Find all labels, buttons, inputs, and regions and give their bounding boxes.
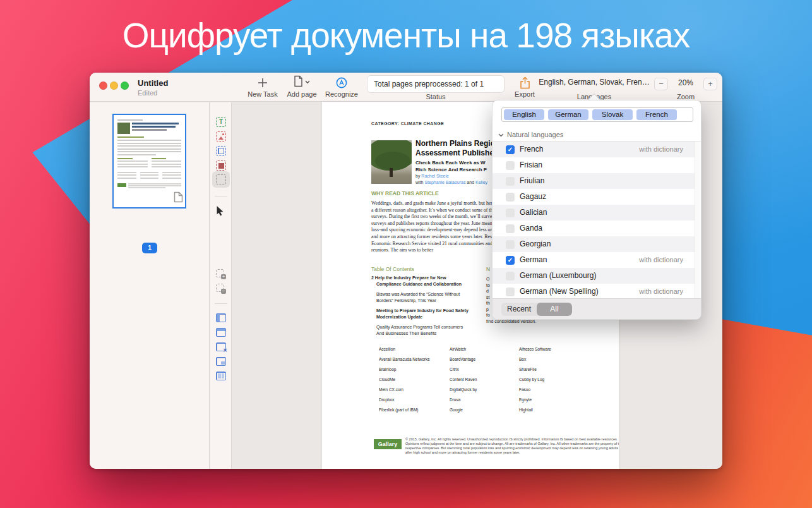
- toc-line: And Businesses Their Benefits: [376, 330, 489, 337]
- language-token[interactable]: English: [504, 109, 544, 120]
- pointer-tool[interactable]: [216, 205, 226, 215]
- tools-divider: [215, 196, 227, 197]
- language-name: Frisian: [520, 157, 542, 173]
- add-page-button[interactable]: Add page: [283, 75, 321, 98]
- minimize-window-button[interactable]: [110, 82, 118, 90]
- close-window-button[interactable]: [99, 82, 107, 90]
- selection-area-tool[interactable]: [216, 174, 226, 184]
- filter-all-button[interactable]: All: [537, 303, 572, 316]
- languages-field[interactable]: English, German, Slovak, Fren…: [537, 78, 651, 87]
- export-button[interactable]: Export: [508, 75, 542, 98]
- page-file-icon: [174, 191, 183, 205]
- company-cell: Fasoo: [519, 387, 582, 392]
- company-cell: Cubby by Log: [519, 377, 582, 382]
- company-cell: DigitalQuick by: [450, 387, 519, 392]
- app-window: Untitled Edited New Task Add page: [90, 73, 722, 469]
- language-token[interactable]: German: [548, 109, 588, 120]
- company-cell: Egnyte: [519, 397, 582, 402]
- table-split-cells-icon[interactable]: [216, 372, 226, 380]
- natural-languages-header[interactable]: Natural languages: [498, 131, 563, 138]
- plus-icon: [244, 75, 282, 90]
- toc-line: Meeting to Prepare Industry for Food Saf…: [376, 308, 489, 314]
- toc-line: Compliance Guidance and Collaboration: [376, 281, 489, 287]
- company-cell: Fiberlink (part of IBM): [379, 408, 450, 412]
- language-dictionary-note: with dictionary: [639, 284, 683, 299]
- table-insert-column-icon[interactable]: [216, 313, 226, 322]
- table-merge-cells-icon[interactable]: [216, 357, 226, 366]
- gallary-logo: Gallary: [374, 439, 402, 449]
- doc-fineprint: © 2015, Gallary, Inc. All rights reserve…: [405, 437, 595, 455]
- language-row[interactable]: German (Luxembourg): [493, 268, 695, 284]
- doc-subhead: Check Back Each Week as W Rich Science A…: [415, 159, 487, 173]
- language-row[interactable]: Gagauz: [493, 189, 695, 205]
- toc-line: 2 Help the Industry Prepare for New: [376, 275, 489, 281]
- table-area-tool[interactable]: [216, 146, 226, 156]
- fullscreen-window-button[interactable]: [121, 82, 129, 90]
- status-field: Total pages preprocessed: 1 of 1: [367, 75, 505, 93]
- fineprint-line: after high school and more on attracting…: [405, 451, 595, 455]
- language-row[interactable]: Friulian: [493, 173, 695, 189]
- language-row[interactable]: Georgian: [493, 236, 695, 252]
- language-token[interactable]: French: [636, 109, 677, 120]
- tools-divider: [215, 303, 227, 304]
- zoom-value: 20%: [670, 78, 702, 87]
- scrollbar-track[interactable]: [695, 142, 700, 299]
- doc-byline: by Rachel Steele: [415, 174, 449, 178]
- pages-panel: 1: [90, 102, 210, 469]
- language-row[interactable]: Frisian: [493, 157, 695, 173]
- company-cell: Hightail: [519, 408, 582, 412]
- language-row[interactable]: German (New Spelling) with dictionary: [493, 284, 695, 299]
- page-thumbnail[interactable]: [112, 114, 186, 209]
- thumbnail-logo: [117, 183, 126, 187]
- language-dictionary-note: with dictionary: [639, 252, 683, 268]
- company-row: Mein CX.com DigitalQuick by Fasoo: [379, 387, 587, 397]
- language-checkbox[interactable]: [506, 287, 515, 296]
- language-checkbox[interactable]: [506, 193, 515, 202]
- recognize-label: Recognize: [320, 90, 363, 98]
- language-checkbox[interactable]: [506, 240, 515, 249]
- company-row: Fiberlink (part of IBM) Google Hightail: [379, 408, 587, 418]
- language-name: Galician: [520, 205, 547, 221]
- company-cell: Accellion: [379, 347, 450, 351]
- popover-footer: Recent All: [493, 298, 701, 319]
- toc-line: Biswas was Awarded the “Science Without: [376, 291, 489, 298]
- company-row: Averail Barracuda Networks BoardVantage …: [379, 357, 587, 367]
- language-checkbox[interactable]: [506, 224, 515, 233]
- tree-photo: [371, 140, 412, 184]
- article-line: Economic Research Service visited 21 rur…: [371, 241, 500, 248]
- add-to-area-tool[interactable]: +: [216, 269, 224, 277]
- table-delete-lines-icon[interactable]: ✕: [216, 342, 226, 351]
- recognize-button[interactable]: Recognize: [320, 75, 363, 98]
- company-row: CloudMe Content Raven Cubby by Log: [379, 377, 587, 387]
- language-name: German: [520, 252, 547, 268]
- filter-recent-button[interactable]: Recent: [501, 303, 537, 316]
- zoom-out-button[interactable]: −: [654, 78, 668, 90]
- background-area-tool[interactable]: [216, 160, 226, 171]
- zoom-in-button[interactable]: +: [703, 78, 717, 90]
- table-insert-row-icon[interactable]: [216, 328, 226, 337]
- language-checkbox[interactable]: [506, 256, 515, 265]
- language-checkbox[interactable]: [506, 161, 515, 170]
- language-token[interactable]: Slovak: [592, 109, 633, 120]
- toc-line: Quality Assurance Programs Tell consumer…: [376, 324, 489, 330]
- company-row: Brainloop Citrix ShareFile: [379, 367, 587, 377]
- language-checkbox[interactable]: [506, 177, 515, 186]
- language-row[interactable]: French with dictionary: [493, 142, 695, 157]
- language-name: Friulian: [520, 173, 544, 189]
- new-task-button[interactable]: New Task: [244, 75, 282, 98]
- text-area-tool[interactable]: T: [216, 117, 226, 127]
- language-row[interactable]: Galician: [493, 205, 695, 221]
- company-cell: Alfresco Software: [519, 347, 582, 351]
- selected-languages-field[interactable]: EnglishGermanSlovakFrench: [501, 107, 693, 122]
- article-body: Weddings, dads, and grads make June a jo…: [371, 200, 500, 254]
- fineprint-line: respective companies. But stemming rural…: [405, 446, 595, 451]
- company-cell: AirWatch: [450, 347, 519, 351]
- doc-category: CATEGORY: CLIMATE CHANGE: [371, 121, 444, 126]
- language-checkbox[interactable]: [506, 145, 515, 154]
- image-area-tool[interactable]: [216, 131, 226, 142]
- language-row[interactable]: German with dictionary: [493, 252, 695, 268]
- subtract-from-area-tool[interactable]: −: [216, 284, 224, 292]
- language-checkbox[interactable]: [506, 272, 515, 281]
- language-row[interactable]: Ganda: [493, 221, 695, 236]
- language-checkbox[interactable]: [506, 209, 515, 217]
